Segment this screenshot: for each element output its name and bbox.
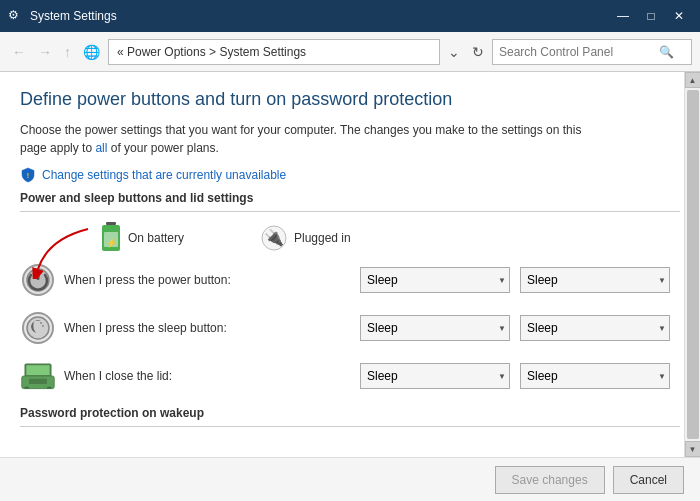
main-area: Define power buttons and turn on passwor… xyxy=(0,72,700,501)
save-button[interactable]: Save changes xyxy=(495,466,605,494)
app-icon: ⚙ xyxy=(8,8,24,24)
breadcrumb-text: « Power Options > System Settings xyxy=(117,45,306,59)
description: Choose the power settings that you want … xyxy=(20,121,680,157)
svg-text:!: ! xyxy=(27,172,29,179)
sleep-battery-select[interactable]: Do nothing Sleep Hibernate Shut down xyxy=(360,315,510,341)
sleep-button-icon xyxy=(20,310,56,346)
page-title: Define power buttons and turn on passwor… xyxy=(20,88,680,111)
lid-battery-select[interactable]: Do nothing Sleep Hibernate Shut down xyxy=(360,363,510,389)
lid-plugged-select[interactable]: Do nothing Sleep Hibernate Shut down xyxy=(520,363,670,389)
lid-svg-icon xyxy=(20,360,56,392)
battery-column-header: ⚡ On battery xyxy=(100,222,260,254)
column-headers: ⚡ On battery 🔌 Plugged in xyxy=(20,222,680,254)
svg-rect-18 xyxy=(25,387,30,389)
sleep-button-row: When I press the sleep button: Do nothin… xyxy=(20,310,680,346)
scroll-up-button[interactable]: ▲ xyxy=(685,72,701,88)
footer: Save changes Cancel xyxy=(0,457,700,501)
scroll-down-button[interactable]: ▼ xyxy=(685,441,701,457)
description-line3: of your power plans. xyxy=(111,141,219,155)
shield-icon: ! xyxy=(20,167,36,183)
search-box[interactable]: 🔍 xyxy=(492,39,692,65)
svg-rect-10 xyxy=(37,270,40,280)
address-bar: ← → ↑ 🌐 « Power Options > System Setting… xyxy=(0,32,700,72)
svg-rect-16 xyxy=(26,366,49,376)
lid-icon xyxy=(20,358,56,394)
lid-label: When I close the lid: xyxy=(64,369,360,383)
svg-point-13 xyxy=(40,322,42,324)
description-highlight: all xyxy=(95,141,107,155)
sleep-battery-dropdown[interactable]: Do nothing Sleep Hibernate Shut down ▼ xyxy=(360,315,510,341)
scroll-thumb[interactable] xyxy=(687,90,699,439)
plug-icon: 🔌 xyxy=(260,224,288,252)
svg-point-14 xyxy=(42,325,44,327)
description-line1: Choose the power settings that you want … xyxy=(20,123,581,137)
change-settings-link[interactable]: ! Change settings that are currently una… xyxy=(20,167,680,183)
breadcrumb[interactable]: « Power Options > System Settings xyxy=(108,39,440,65)
svg-text:⚡: ⚡ xyxy=(106,237,118,249)
battery-label: On battery xyxy=(128,231,184,245)
password-section-header: Password protection on wakeup xyxy=(20,406,680,427)
svg-rect-2 xyxy=(106,222,116,225)
sleep-icon xyxy=(21,311,55,345)
content-area: Define power buttons and turn on passwor… xyxy=(0,72,700,457)
sleep-plugged-select[interactable]: Do nothing Sleep Hibernate Shut down xyxy=(520,315,670,341)
svg-rect-17 xyxy=(29,379,47,384)
svg-text:🔌: 🔌 xyxy=(264,228,284,247)
power-plugged-dropdown[interactable]: Do nothing Sleep Hibernate Shut down ▼ xyxy=(520,267,670,293)
sleep-button-label: When I press the sleep button: xyxy=(64,321,360,335)
change-settings-text: Change settings that are currently unava… xyxy=(42,168,286,182)
lid-battery-dropdown[interactable]: Do nothing Sleep Hibernate Shut down ▼ xyxy=(360,363,510,389)
power-plugged-select[interactable]: Do nothing Sleep Hibernate Shut down xyxy=(520,267,670,293)
power-sleep-section-header: Power and sleep buttons and lid settings xyxy=(20,191,680,212)
power-icon xyxy=(21,263,55,297)
window-title: System Settings xyxy=(30,9,610,23)
minimize-button[interactable]: — xyxy=(610,3,636,29)
power-battery-dropdown[interactable]: Do nothing Sleep Hibernate Shut down ▼ xyxy=(360,267,510,293)
power-button-label: When I press the power button: xyxy=(64,273,360,287)
lid-plugged-dropdown[interactable]: Do nothing Sleep Hibernate Shut down ▼ xyxy=(520,363,670,389)
close-button[interactable]: ✕ xyxy=(666,3,692,29)
maximize-button[interactable]: □ xyxy=(638,3,664,29)
power-battery-select[interactable]: Do nothing Sleep Hibernate Shut down xyxy=(360,267,510,293)
forward-button[interactable]: → xyxy=(34,42,56,62)
refresh-button[interactable]: 🌐 xyxy=(79,42,104,62)
back-button[interactable]: ← xyxy=(8,42,30,62)
power-button-icon xyxy=(20,262,56,298)
cancel-button[interactable]: Cancel xyxy=(613,466,684,494)
power-button-row: When I press the power button: Do nothin… xyxy=(20,262,680,298)
reload-icon[interactable]: ↻ xyxy=(468,42,488,62)
scrollbar[interactable]: ▲ ▼ xyxy=(684,72,700,457)
svg-rect-19 xyxy=(47,387,52,389)
description-line2: page apply to xyxy=(20,141,92,155)
window-controls: — □ ✕ xyxy=(610,3,692,29)
sleep-plugged-dropdown[interactable]: Do nothing Sleep Hibernate Shut down ▼ xyxy=(520,315,670,341)
title-bar: ⚙ System Settings — □ ✕ xyxy=(0,0,700,32)
plugged-column-header: 🔌 Plugged in xyxy=(260,224,420,252)
search-input[interactable] xyxy=(493,45,653,59)
up-button[interactable]: ↑ xyxy=(60,42,75,62)
battery-icon: ⚡ xyxy=(100,222,122,254)
lid-row: When I close the lid: Do nothing Sleep H… xyxy=(20,358,680,394)
plugged-label: Plugged in xyxy=(294,231,351,245)
search-icon[interactable]: 🔍 xyxy=(653,45,680,59)
dropdown-button[interactable]: ⌄ xyxy=(444,42,464,62)
